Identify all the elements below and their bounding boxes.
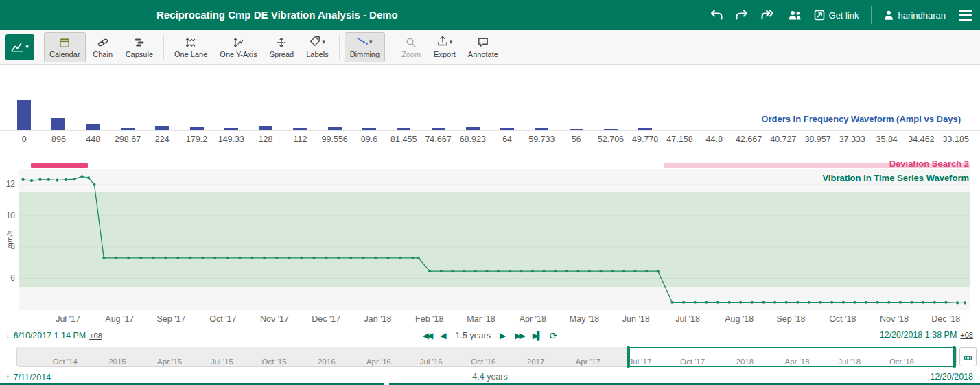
x-axis-tick-label: Sep '17 xyxy=(157,314,186,324)
hamburger-menu-icon[interactable] xyxy=(957,7,973,23)
capsule-lane xyxy=(19,151,970,169)
frequency-chart-section: Orders in Frequency Waveform (Ampl vs Da… xyxy=(0,99,980,148)
freq-bar-cell xyxy=(421,99,455,130)
freq-bar[interactable] xyxy=(259,126,272,130)
freq-bar[interactable] xyxy=(51,118,65,130)
freq-bar[interactable] xyxy=(328,127,342,130)
timeline-tick-label: Apr '16 xyxy=(366,358,391,366)
spread-button[interactable]: Spread xyxy=(264,32,299,62)
freq-bar[interactable] xyxy=(914,130,928,130)
freq-bar[interactable] xyxy=(570,129,583,130)
freq-bar[interactable] xyxy=(742,130,756,130)
trend-series-svg[interactable] xyxy=(19,169,970,310)
full-range-end-date[interactable]: 12/20/2018 xyxy=(930,372,973,382)
redo-icon[interactable] xyxy=(735,9,749,21)
timeline-tick-label: 2015 xyxy=(108,358,126,366)
toolbar-separator xyxy=(163,35,164,60)
get-link-button[interactable]: Get link xyxy=(814,10,859,21)
freq-bar[interactable] xyxy=(362,128,376,130)
timeline-track[interactable]: Oct '142015Apr '15Jul '15Oct '152016Apr … xyxy=(16,347,957,367)
view-selector-button[interactable]: ▾ xyxy=(5,34,34,60)
step-to-end-button[interactable]: ▶▌ xyxy=(533,331,541,340)
freq-bar[interactable] xyxy=(397,128,410,130)
freq-bar[interactable] xyxy=(155,126,169,130)
freq-bar[interactable] xyxy=(432,128,445,130)
timeline-tick-label: Oct '15 xyxy=(262,358,287,366)
user-menu[interactable]: harindharan xyxy=(883,10,946,21)
timeline-tick-label: 2017 xyxy=(527,358,545,366)
calendar-button[interactable]: Calendar xyxy=(44,32,86,62)
dimming-button[interactable]: ▾ Dimming xyxy=(345,32,385,62)
one-lane-icon xyxy=(185,36,196,48)
display-range-duration[interactable]: 1.5 years xyxy=(456,331,491,340)
freq-axis-label: 128 xyxy=(248,135,283,144)
capsule-label: Capsule xyxy=(126,50,153,58)
condition-capsule[interactable] xyxy=(31,163,88,168)
step-back-button[interactable]: ◀ xyxy=(440,331,446,340)
freq-axis-label: 68.923 xyxy=(456,135,490,144)
freq-axis-label: 38.957 xyxy=(800,135,835,144)
y-axis-tick-label: 6 xyxy=(1,273,15,283)
one-lane-button[interactable]: One Lane xyxy=(169,32,213,62)
full-range-start-date[interactable]: 7/11/2014 xyxy=(14,373,51,382)
chain-button[interactable]: Chain xyxy=(87,32,119,62)
freq-bar[interactable] xyxy=(845,130,859,130)
x-axis-tick-label: May '18 xyxy=(570,314,599,324)
range-end-timezone[interactable]: +08 xyxy=(960,331,973,339)
labels-label: Labels xyxy=(306,50,328,58)
freq-bar[interactable] xyxy=(86,124,100,130)
freq-bar[interactable] xyxy=(811,130,825,130)
labels-button[interactable]: ▾ Labels xyxy=(301,32,334,62)
freq-bar[interactable] xyxy=(638,128,652,130)
freq-bar[interactable] xyxy=(604,129,618,130)
x-axis-tick-label: Oct '17 xyxy=(209,314,236,324)
freq-bar[interactable] xyxy=(949,130,963,130)
freq-bar[interactable] xyxy=(500,128,514,130)
freq-bar[interactable] xyxy=(293,128,307,130)
freq-bar[interactable] xyxy=(466,127,480,130)
x-axis-tick-label: Jul '17 xyxy=(56,314,80,324)
series-legend-label[interactable]: Vibration in Time Series Waveform xyxy=(822,173,969,183)
annotate-button[interactable]: Annotate xyxy=(463,32,504,62)
selection-right-handle[interactable] xyxy=(953,346,956,368)
freq-axis-label: 149.33 xyxy=(214,135,248,144)
fast-forward-button[interactable]: ▶▶ xyxy=(515,331,523,340)
timeline-tick-label: Apr '15 xyxy=(157,358,182,366)
freq-bar[interactable] xyxy=(17,100,31,130)
freq-bar[interactable] xyxy=(121,128,135,130)
range-start-timezone[interactable]: +08 xyxy=(89,331,102,340)
trend-plot[interactable]: mm/s 681012 xyxy=(19,169,970,310)
capsule-button[interactable]: Capsule xyxy=(120,32,159,62)
freq-bar-cell xyxy=(318,99,352,130)
capsule-icon xyxy=(134,36,145,48)
freq-axis-label: 59.733 xyxy=(524,135,559,144)
refresh-icon[interactable]: ⟳ xyxy=(549,330,557,341)
one-y-axis-button[interactable]: One Y-Axis xyxy=(214,32,262,62)
freq-bar-cell xyxy=(214,99,248,130)
range-start-datetime[interactable]: 6/10/2017 1:14 PM xyxy=(14,331,86,340)
freq-bar[interactable] xyxy=(708,130,721,130)
range-end-datetime[interactable]: 12/20/2018 1:38 PM xyxy=(880,330,957,340)
full-range-row: ↑ 7/11/2014 4.4 years 12/20/2018 xyxy=(0,371,980,382)
freq-bar[interactable] xyxy=(224,128,238,130)
freq-bar[interactable] xyxy=(190,127,204,130)
frequency-chart-title: Orders in Frequency Waveform (Ampl vs Da… xyxy=(761,114,961,124)
undo-icon[interactable] xyxy=(710,9,723,21)
export-button[interactable]: ▾ Export xyxy=(428,32,461,62)
forward-share-icon[interactable] xyxy=(760,9,775,21)
condition-legend-label[interactable]: Deviation Search 2 xyxy=(889,159,969,169)
freq-bar[interactable] xyxy=(776,130,790,130)
full-range-duration: 4.4 years xyxy=(472,372,507,382)
rewind-button[interactable]: ◀◀ xyxy=(423,331,431,340)
up-arrow-icon: ↑ xyxy=(5,372,10,382)
freq-axis: 0896448298.67224179.2149.3312811299.5568… xyxy=(0,130,980,148)
step-forward-button[interactable]: ▶ xyxy=(500,331,506,340)
full-range-start: ↑ 7/11/2014 xyxy=(5,372,51,382)
freq-bar-cell xyxy=(41,99,75,130)
x-axis-tick-label: Sep '18 xyxy=(776,314,805,324)
display-range-end: 12/20/2018 1:38 PM +08 xyxy=(880,330,973,340)
expand-range-button[interactable]: «» xyxy=(959,347,977,366)
x-axis-tick-label: Feb '18 xyxy=(415,314,443,324)
freq-bar[interactable] xyxy=(535,128,548,130)
access-users-icon[interactable] xyxy=(787,10,802,21)
